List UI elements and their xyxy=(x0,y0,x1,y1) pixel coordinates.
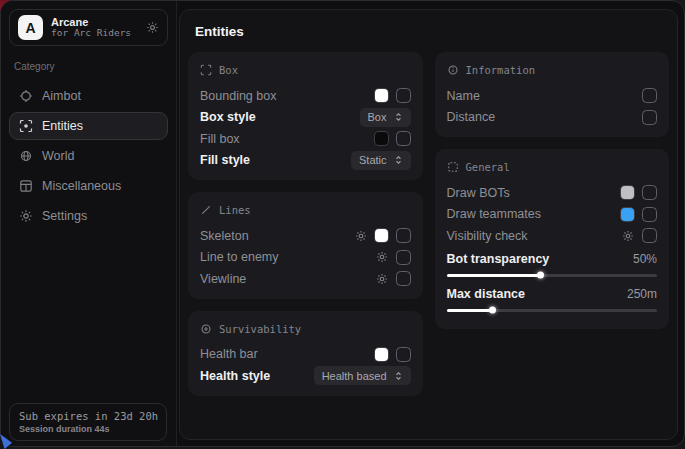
setting-row-skeleton: Skeleton xyxy=(200,225,411,247)
color-swatch[interactable] xyxy=(375,348,388,361)
setting-row-viewline: Viewline xyxy=(200,268,411,290)
survivability-section: Survivability Health bar Health style xyxy=(188,311,423,396)
setting-row-health-bar: Health bar xyxy=(200,344,411,366)
checkbox[interactable] xyxy=(642,207,657,222)
row-gear-icon[interactable] xyxy=(622,230,634,242)
setting-row-fill-box: Fill box xyxy=(200,128,411,150)
row-gear-icon[interactable] xyxy=(376,273,388,285)
lines-section: Lines Skeleton xyxy=(188,192,423,299)
general-section: General Draw BOTs Draw teammates xyxy=(435,149,670,329)
sidebar-item-miscellaneous[interactable]: Miscellaneous xyxy=(9,172,168,200)
color-swatch[interactable] xyxy=(375,132,388,145)
setting-row-health-style: Health style Health based xyxy=(200,365,411,387)
sidebar-item-label: Miscellaneous xyxy=(42,179,121,193)
slider-row-bot-transparency: Bot transparency 50% xyxy=(447,250,658,269)
checkbox[interactable] xyxy=(396,347,411,362)
sidebar-item-label: World xyxy=(42,149,74,163)
screen: A Arcane for Arc Riders Category xyxy=(0,0,685,449)
sidebar-item-aimbot[interactable]: Aimbot xyxy=(9,82,168,110)
sidebar-item-world[interactable]: World xyxy=(9,142,168,170)
right-column: Information Name Distance xyxy=(435,52,670,396)
chevron-up-down-icon xyxy=(394,112,403,122)
subscription-status-card: Sub expires in 23d 20h Session duration … xyxy=(9,403,167,441)
setting-row-name: Name xyxy=(447,85,658,107)
category-label: Category xyxy=(14,61,163,72)
section-title: General xyxy=(466,161,510,173)
sidebar: A Arcane for Arc Riders Category xyxy=(1,1,177,446)
checkbox[interactable] xyxy=(396,250,411,265)
setting-row-box-style: Box style Box xyxy=(200,107,411,129)
setting-row-line-to-enemy: Line to enemy xyxy=(200,247,411,269)
checkbox[interactable] xyxy=(396,228,411,243)
color-swatch[interactable] xyxy=(375,229,388,242)
sidebar-item-label: Entities xyxy=(42,119,83,133)
chevron-up-down-icon xyxy=(394,155,403,165)
max-distance-slider[interactable] xyxy=(447,309,658,312)
setting-row-distance: Distance xyxy=(447,107,658,129)
sidebar-item-label: Aimbot xyxy=(42,89,81,103)
info-icon xyxy=(447,64,459,76)
section-title: Lines xyxy=(219,204,251,216)
checkbox[interactable] xyxy=(396,131,411,146)
setting-row-fill-style: Fill style Static xyxy=(200,150,411,172)
slider-thumb[interactable] xyxy=(537,272,544,279)
arcane-window: A Arcane for Arc Riders Category xyxy=(0,0,685,447)
section-title: Information xyxy=(466,64,536,76)
information-section: Information Name Distance xyxy=(435,52,670,137)
color-swatch[interactable] xyxy=(621,208,634,221)
gear-icon xyxy=(19,209,33,223)
line-icon xyxy=(200,204,212,216)
slider-row-max-distance: Max distance 250m xyxy=(447,285,658,304)
box-style-dropdown[interactable]: Box xyxy=(360,108,411,127)
section-title: Box xyxy=(219,64,238,76)
row-gear-icon[interactable] xyxy=(376,251,388,263)
page-title: Entities xyxy=(195,24,669,39)
section-title: Survivability xyxy=(219,323,301,335)
box-section: Box Bounding box Box style xyxy=(188,52,423,180)
sidebar-nav: Aimbot Entities World xyxy=(9,82,168,230)
sidebar-item-label: Settings xyxy=(42,209,87,223)
chevron-up-down-icon xyxy=(394,371,403,381)
sidebar-item-settings[interactable]: Settings xyxy=(9,202,168,230)
setting-row-draw-teammates: Draw teammates xyxy=(447,204,658,226)
crosshair-icon xyxy=(19,89,33,103)
setting-row-bounding-box: Bounding box xyxy=(200,85,411,107)
checkbox[interactable] xyxy=(642,88,657,103)
general-icon xyxy=(447,161,459,173)
main-panel: Entities Box Bounding box xyxy=(179,9,678,440)
checkbox[interactable] xyxy=(396,271,411,286)
setting-row-visibility-check: Visibility check xyxy=(447,225,658,247)
brand-subtitle: for Arc Riders xyxy=(51,28,131,39)
checkbox[interactable] xyxy=(642,185,657,200)
bot-transparency-slider[interactable] xyxy=(447,274,658,277)
health-style-dropdown[interactable]: Health based xyxy=(314,366,411,385)
checkbox[interactable] xyxy=(396,88,411,103)
fill-style-dropdown[interactable]: Static xyxy=(351,151,411,170)
checkbox[interactable] xyxy=(642,110,657,125)
brand-gear-icon[interactable] xyxy=(146,21,159,34)
color-swatch[interactable] xyxy=(621,186,634,199)
brand-logo: A xyxy=(18,15,43,40)
left-column: Box Bounding box Box style xyxy=(188,52,423,396)
color-swatch[interactable] xyxy=(375,89,388,102)
row-gear-icon[interactable] xyxy=(355,230,367,242)
brand-card: A Arcane for Arc Riders xyxy=(9,9,168,46)
globe-icon xyxy=(19,149,33,163)
slider-value: 50% xyxy=(633,252,657,266)
sidebar-item-entities[interactable]: Entities xyxy=(9,112,168,140)
entities-icon xyxy=(19,119,33,133)
layout-grid-icon xyxy=(19,179,33,193)
checkbox[interactable] xyxy=(642,228,657,243)
session-duration-text: Session duration 44s xyxy=(19,424,157,434)
sub-expiry-text: Sub expires in 23d 20h xyxy=(19,410,157,422)
box-corners-icon xyxy=(200,64,212,76)
setting-row-draw-bots: Draw BOTs xyxy=(447,182,658,204)
slider-thumb[interactable] xyxy=(489,307,496,314)
survivability-icon xyxy=(200,323,212,335)
slider-value: 250m xyxy=(627,287,657,301)
